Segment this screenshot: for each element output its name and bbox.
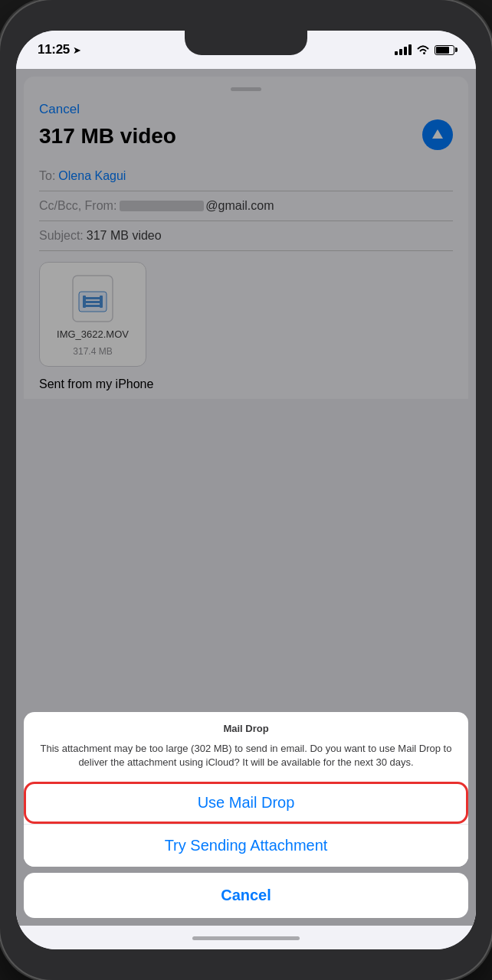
battery-icon xyxy=(435,45,454,55)
action-sheet-message: This attachment may be too large (302 MB… xyxy=(24,739,468,782)
action-sheet-group: Mail Drop This attachment may be too lar… xyxy=(24,712,468,867)
status-time: 11:25 xyxy=(38,42,70,57)
compose-area: Cancel 317 MB video To: Olena Kagui Cc/B… xyxy=(16,69,476,926)
try-sending-button[interactable]: Try Sending Attachment xyxy=(24,824,468,867)
action-sheet-cancel-group: Cancel xyxy=(24,873,468,918)
action-sheet-title: Mail Drop xyxy=(24,712,468,739)
home-indicator xyxy=(192,936,300,940)
cancel-action-button[interactable]: Cancel xyxy=(24,873,468,918)
phone-frame: 11:25 ➤ xyxy=(0,0,492,980)
notch xyxy=(185,31,307,55)
battery-fill xyxy=(436,47,449,54)
screen: 11:25 ➤ xyxy=(16,31,476,949)
wifi-icon xyxy=(416,44,430,55)
status-icons xyxy=(395,44,454,55)
use-mail-drop-button[interactable]: Use Mail Drop xyxy=(24,782,468,824)
action-sheet-container: Mail Drop This attachment may be too lar… xyxy=(16,712,476,926)
location-icon: ➤ xyxy=(73,44,81,56)
signal-bars xyxy=(395,44,412,55)
